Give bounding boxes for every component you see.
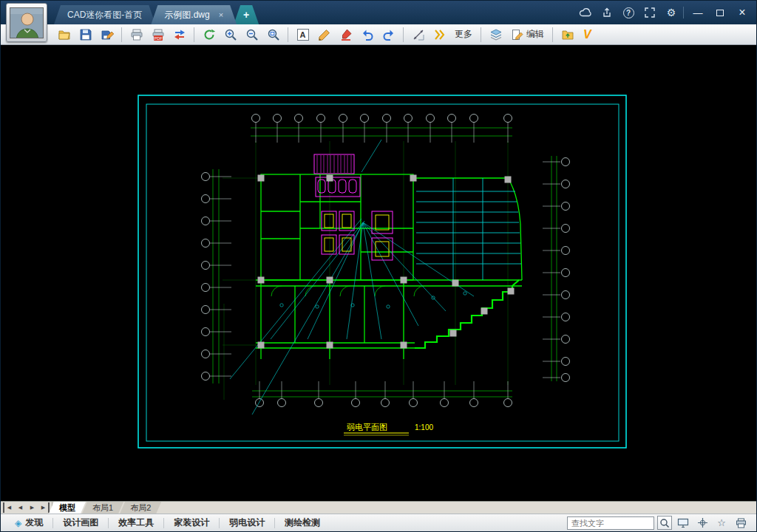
open-button[interactable] (54, 26, 74, 44)
close-button[interactable]: × (731, 4, 753, 21)
minimize-button[interactable]: — (687, 4, 709, 21)
tab-home[interactable]: CAD迷你看图-首页 (54, 5, 155, 24)
edit-button[interactable]: 编辑 (507, 28, 548, 41)
diamond-icon: ◈ (15, 518, 21, 528)
tab-layout2[interactable]: 布局2 (120, 502, 161, 514)
fullscreen-button[interactable] (642, 4, 658, 21)
close-icon: × (739, 6, 745, 19)
menu-discover-label: 发现 (25, 516, 43, 529)
cad-drawing: 弱电平面图 1:100 (1, 45, 756, 501)
pencil-tool-button[interactable] (314, 26, 334, 44)
brush-tool-button[interactable] (336, 26, 356, 44)
building-walls (256, 174, 522, 359)
area-chevrons-icon (433, 28, 447, 41)
cad-canvas[interactable]: 弱电平面图 1:100 (1, 45, 756, 501)
redo-icon (382, 28, 396, 41)
quick-print-button[interactable] (733, 516, 749, 531)
help-button[interactable]: ? (620, 4, 637, 21)
user-avatar-button[interactable] (6, 3, 47, 42)
edit-icon (511, 28, 524, 41)
help-icon: ? (623, 7, 634, 18)
find-text-input[interactable] (567, 516, 654, 530)
rotate-view-button[interactable] (199, 26, 219, 44)
next-sheet-button[interactable]: ▶ (27, 502, 38, 513)
print-button[interactable] (126, 26, 146, 44)
printer-small-icon (736, 518, 747, 528)
menu-design-draw[interactable]: 设计画图 (53, 514, 108, 531)
svg-text:PDF: PDF (154, 35, 163, 40)
tab-close-icon[interactable]: × (219, 10, 223, 19)
menu-design-draw-label: 设计画图 (63, 516, 98, 529)
prev-sheet-button[interactable]: ◀ (15, 502, 26, 513)
find-text-button[interactable] (657, 516, 672, 530)
share-icon (601, 7, 613, 18)
maximize-button[interactable] (709, 4, 731, 21)
tab-layout2-label: 布局2 (130, 502, 151, 514)
layers-button[interactable] (486, 26, 506, 44)
zoom-in-button[interactable] (220, 26, 240, 44)
user-avatar (10, 7, 44, 38)
divider (194, 27, 194, 42)
rotate-icon (203, 28, 216, 41)
export-pdf-button[interactable]: PDF (148, 26, 168, 44)
titlebar: CAD迷你看图-首页 示例图.dwg × + (1, 1, 756, 24)
zoom-extents-button[interactable] (263, 26, 283, 44)
new-tab-button[interactable]: + (234, 5, 259, 24)
divider (288, 27, 288, 42)
drawing-caption: 弱电平面图 1:100 (344, 423, 433, 435)
undo-button[interactable] (357, 26, 377, 44)
fit-screen-button[interactable] (675, 516, 691, 531)
undo-icon (361, 28, 374, 41)
drawing-scale: 1:100 (415, 423, 433, 432)
tab-layout1[interactable]: 布局1 (82, 502, 123, 514)
save-as-button[interactable] (97, 26, 117, 44)
gear-icon: ⚙ (667, 7, 676, 18)
divider (121, 27, 122, 42)
sheet-nav: ◀ ◀ ▶ ▶ (1, 502, 52, 514)
menu-survey-detect[interactable]: 测绘检测 (275, 514, 330, 531)
menu-weak-current[interactable]: 弱电设计 (220, 514, 274, 531)
layout-tab-bar: ◀ ◀ ▶ ▶ 模型 布局1 布局2 (1, 501, 756, 514)
zoom-in-icon (224, 28, 237, 41)
drawing-frame (138, 95, 626, 448)
last-sheet-button[interactable]: ▶ (38, 502, 50, 513)
settings-button[interactable]: ⚙ (663, 4, 679, 21)
first-sheet-button[interactable]: ◀ (3, 502, 14, 513)
share-button[interactable] (599, 4, 615, 21)
redo-button[interactable] (378, 26, 398, 44)
menu-efficiency-tools[interactable]: 效率工具 (109, 514, 163, 531)
tab-model-label: 模型 (59, 502, 75, 514)
cloud-button[interactable] (577, 4, 594, 21)
stepped-facade (415, 280, 519, 348)
measure-area-button[interactable] (430, 26, 449, 44)
convert-button[interactable] (169, 26, 189, 44)
drawing-title: 弱电平面图 (347, 423, 387, 432)
menu-discover[interactable]: ◈ 发现 (5, 514, 52, 531)
edit-label: 编辑 (526, 28, 544, 41)
menu-home-design[interactable]: 家装设计 (164, 514, 219, 531)
tab-document[interactable]: 示例图.dwg × (151, 5, 237, 24)
menu-weak-current-label: 弱电设计 (229, 516, 265, 529)
locate-button[interactable] (694, 516, 710, 531)
maximize-icon (716, 10, 724, 16)
save-icon (79, 28, 92, 41)
tab-layout1-label: 布局1 (92, 502, 113, 514)
measure-length-button[interactable] (408, 26, 428, 44)
save-button[interactable] (75, 26, 95, 44)
printer-icon (130, 28, 143, 41)
text-tool-icon: A (297, 29, 309, 41)
text-tool-button[interactable]: A (293, 26, 313, 44)
favorite-button[interactable]: ☆ (713, 516, 730, 531)
divider (481, 27, 481, 42)
search-icon (659, 518, 670, 528)
divider (552, 27, 553, 42)
more-button[interactable]: 更多 (451, 28, 476, 41)
measure-icon (412, 28, 425, 41)
tab-model[interactable]: 模型 (49, 502, 86, 514)
zoom-out-button[interactable] (242, 26, 262, 44)
v-logo-button[interactable]: V (579, 28, 596, 41)
upload-folder-button[interactable] (557, 26, 577, 44)
title-actions: ? ⚙ (577, 1, 679, 24)
structural-grid (223, 141, 508, 400)
pencil-icon (318, 28, 331, 41)
